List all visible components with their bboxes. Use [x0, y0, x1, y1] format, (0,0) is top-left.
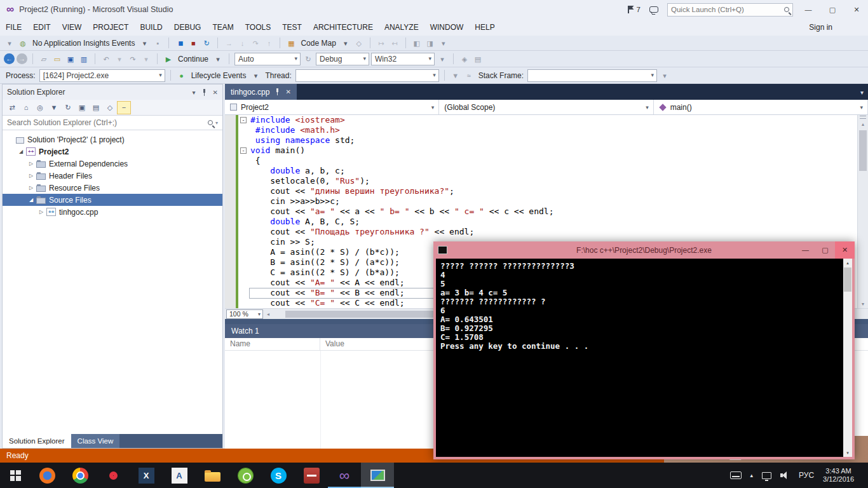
- fold-toggle-icon[interactable]: -: [240, 147, 247, 154]
- pin-icon[interactable]: [275, 88, 280, 95]
- taskbar-app-file-explorer[interactable]: [196, 463, 229, 488]
- home-icon[interactable]: ⌂: [20, 102, 32, 114]
- tab-class-view[interactable]: Class View: [71, 434, 120, 448]
- continue-icon[interactable]: ▶: [163, 53, 174, 65]
- tree-expanded-arrow-icon[interactable]: ◢: [17, 149, 25, 154]
- tree-collapsed-arrow-icon[interactable]: ▷: [37, 209, 46, 215]
- scroll-up-icon[interactable]: ▴: [858, 120, 868, 128]
- tree-item-header-files[interactable]: ▷Header Files: [3, 170, 222, 182]
- redo-icon[interactable]: ↷: [127, 53, 139, 65]
- step-out-icon[interactable]: ↑: [263, 37, 275, 49]
- toolbar-options-icon[interactable]: ▾: [4, 37, 15, 49]
- solution-explorer-search[interactable]: ▾: [3, 116, 222, 130]
- thread-combo[interactable]: [295, 69, 439, 82]
- scope-icon[interactable]: ◎: [34, 102, 46, 114]
- open-file-icon[interactable]: ▭: [51, 53, 63, 65]
- menu-item-build[interactable]: BUILD: [134, 19, 168, 36]
- process-combo[interactable]: [1624] Project2.exe: [39, 69, 165, 82]
- watch-mode-combo[interactable]: Auto: [234, 53, 301, 65]
- quick-launch-input[interactable]: [671, 6, 773, 13]
- quick-launch-box[interactable]: [667, 3, 793, 17]
- network-icon[interactable]: [762, 472, 771, 479]
- console-window[interactable]: F:\hoc c++\Project2\Debug\Project2.exe —…: [433, 241, 855, 459]
- application-insights-icon[interactable]: ◍: [17, 37, 29, 49]
- lifecycle-events-icon[interactable]: ●: [176, 70, 187, 81]
- notifications-flag-icon[interactable]: [628, 6, 634, 13]
- taskbar-app-red-app[interactable]: [295, 463, 328, 488]
- taskbar-app-chrome[interactable]: [64, 463, 97, 488]
- menu-item-edit[interactable]: EDIT: [27, 19, 56, 36]
- notifications-count[interactable]: 7: [637, 6, 641, 13]
- pause-icon[interactable]: ▮▮: [174, 37, 186, 49]
- taskbar-app-visual-studio[interactable]: ∞: [328, 463, 361, 488]
- menu-item-tools[interactable]: TOOLS: [240, 19, 276, 36]
- navigate-forward-icon[interactable]: →: [17, 53, 27, 64]
- tree-item-external-dependencies[interactable]: ▷External Dependencies: [3, 158, 222, 170]
- start-button[interactable]: [0, 463, 31, 488]
- back-forward-icon[interactable]: ⇄: [6, 102, 18, 114]
- platform-caret-icon[interactable]: ▾: [437, 53, 448, 65]
- menu-item-architecture[interactable]: ARCHITECTURE: [308, 19, 379, 36]
- code-line[interactable]: double A, B, C, S;: [225, 217, 857, 227]
- taskbar-app-app-x[interactable]: X: [130, 463, 163, 488]
- refresh-icon[interactable]: ↻: [302, 53, 314, 65]
- step-into-icon[interactable]: ↓: [236, 37, 248, 49]
- layer-diagram-icon[interactable]: ◇: [353, 37, 365, 49]
- tree-expanded-arrow-icon[interactable]: ◢: [27, 197, 36, 203]
- new-file-icon[interactable]: ▱: [38, 53, 50, 65]
- code-line[interactable]: {: [225, 156, 857, 166]
- toolbar-overflow-icon[interactable]: ▾: [659, 70, 670, 81]
- pin-icon[interactable]: [201, 89, 207, 96]
- console-title-bar[interactable]: F:\hoc c++\Project2\Debug\Project2.exe —…: [433, 241, 855, 259]
- touch-keyboard-icon[interactable]: [730, 471, 742, 479]
- editor-vertical-scrollbar[interactable]: ▴ ▾: [857, 115, 868, 308]
- taskbar-app-opera[interactable]: [97, 463, 130, 488]
- alert-icon[interactable]: ▪: [152, 37, 163, 49]
- language-indicator[interactable]: РУС: [799, 471, 814, 480]
- find-in-files-icon[interactable]: ◈: [459, 53, 470, 65]
- menu-item-analyze[interactable]: ANALYZE: [379, 19, 424, 36]
- restart-icon[interactable]: ↻: [201, 37, 212, 49]
- console-scroll-thumb[interactable]: [844, 268, 851, 292]
- tree-collapsed-arrow-icon[interactable]: ▷: [27, 161, 36, 166]
- menu-item-team[interactable]: TEAM: [207, 19, 239, 36]
- menu-item-debug[interactable]: DEBUG: [168, 19, 207, 36]
- close-tab-icon[interactable]: ✕: [285, 88, 290, 95]
- next-bookmark-icon[interactable]: ◨: [424, 37, 436, 49]
- toolbar-overflow-icon[interactable]: ▾: [438, 37, 449, 49]
- save-icon[interactable]: ▣: [65, 53, 76, 65]
- document-tab-tinhgoc[interactable]: tinhgoc.cpp ✕: [225, 84, 297, 100]
- volume-icon[interactable]: [780, 471, 790, 479]
- clock[interactable]: 3:43 AM 3/12/2016: [823, 467, 854, 484]
- outdent-icon[interactable]: ↤: [389, 37, 400, 49]
- navigate-backward-icon[interactable]: ←: [4, 53, 15, 64]
- scroll-left-icon[interactable]: ◂: [263, 311, 273, 317]
- menu-item-file[interactable]: FILE: [0, 19, 27, 36]
- solution-explorer-search-input[interactable]: [7, 118, 208, 127]
- lifecycle-events-caret-icon[interactable]: ▾: [250, 70, 261, 81]
- platform-combo[interactable]: Win32: [371, 53, 435, 65]
- undo-icon[interactable]: ↶: [100, 53, 112, 65]
- step-over-icon[interactable]: ↷: [250, 37, 261, 49]
- project-dropdown[interactable]: Project2: [225, 100, 439, 114]
- code-line[interactable]: double a, b, c;: [225, 166, 857, 176]
- code-line[interactable]: cin >>a>>b>>c;: [225, 196, 857, 207]
- zoom-dropdown[interactable]: 100 %: [226, 309, 263, 319]
- code-map-icon[interactable]: ▦: [285, 37, 297, 49]
- save-all-icon[interactable]: ▥: [78, 53, 90, 65]
- tab-solution-explorer[interactable]: Solution Explorer: [3, 434, 71, 448]
- scroll-up-icon[interactable]: ▴: [843, 259, 852, 267]
- collapse-all-icon[interactable]: ▣: [76, 102, 88, 114]
- application-insights-caret-icon[interactable]: ▾: [139, 37, 150, 49]
- undo-caret-icon[interactable]: ▾: [114, 53, 125, 65]
- scroll-down-icon[interactable]: ▾: [843, 449, 852, 457]
- tree-collapsed-arrow-icon[interactable]: ▷: [27, 185, 36, 191]
- flag-threads-icon[interactable]: ▼: [450, 70, 461, 81]
- show-all-files-icon[interactable]: ▤: [90, 102, 102, 114]
- horizontal-scroll-thumb[interactable]: [285, 311, 447, 318]
- indent-icon[interactable]: ↦: [376, 37, 387, 49]
- refresh-icon[interactable]: ↻: [62, 102, 74, 114]
- properties-icon[interactable]: ◇: [104, 102, 116, 114]
- menu-item-project[interactable]: PROJECT: [87, 19, 134, 36]
- continue-caret-icon[interactable]: ▾: [212, 53, 224, 65]
